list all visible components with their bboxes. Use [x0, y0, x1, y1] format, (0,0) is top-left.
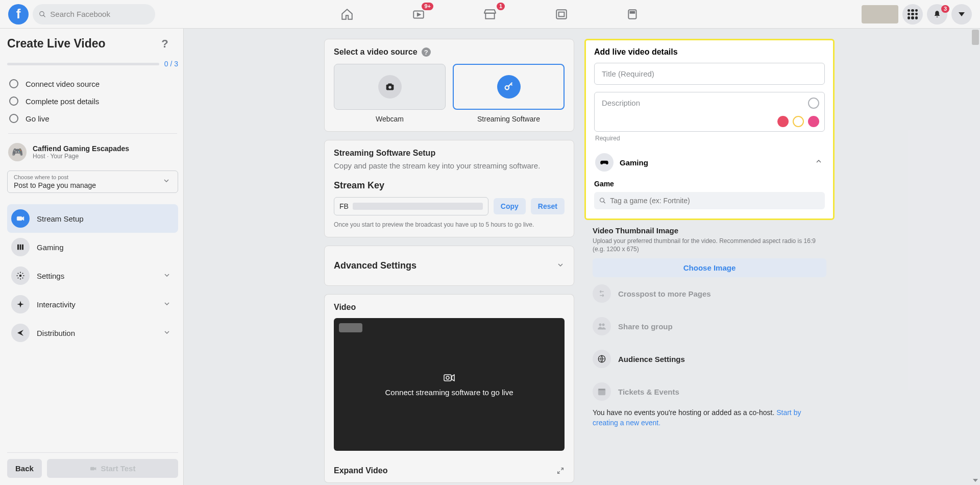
chevron-down-icon	[163, 328, 171, 338]
support-icon[interactable]	[808, 116, 819, 127]
copy-button[interactable]: Copy	[494, 198, 526, 214]
description-field[interactable]: Description	[594, 92, 825, 132]
opt-label: Share to group	[618, 322, 673, 331]
svg-rect-8	[17, 216, 22, 221]
game-search-input[interactable]	[610, 197, 820, 205]
globe-icon	[593, 350, 611, 368]
source-card: Select a video source ? Webcam Streaming…	[324, 39, 574, 132]
svg-point-12	[19, 275, 22, 277]
audience-row[interactable]: Audience Settings	[584, 343, 835, 375]
title-placeholder: Title (Required)	[602, 69, 817, 78]
svg-point-19	[446, 376, 449, 379]
choose-image-button[interactable]: Choose Image	[593, 258, 826, 277]
market-badge: 1	[497, 3, 505, 10]
host-row[interactable]: 🎮 Caffiend Gaming Escapades Host · Your …	[7, 140, 178, 164]
help-button[interactable]: ?	[158, 37, 172, 51]
stream-key-field[interactable]: FB	[334, 197, 488, 215]
nav-gaming[interactable]: Gaming	[7, 233, 178, 261]
nav-watch[interactable]: 9+	[406, 2, 431, 27]
host-avatar: 🎮	[8, 143, 27, 161]
start-test-label: Start Test	[101, 464, 135, 473]
camera-icon	[11, 209, 30, 228]
search-input[interactable]	[50, 10, 149, 18]
chevron-down-icon	[162, 177, 170, 187]
notifications-button[interactable]: 3	[927, 4, 947, 25]
emoji-picker-icon[interactable]	[808, 98, 819, 109]
opt-label: Crosspost to more Pages	[618, 289, 711, 298]
advanced-label: Advanced Settings	[334, 260, 416, 271]
location-icon[interactable]	[777, 116, 789, 127]
svg-rect-5	[559, 12, 565, 16]
svg-point-23	[602, 324, 605, 326]
reset-button[interactable]: Reset	[531, 198, 565, 214]
video-status-tag	[339, 323, 362, 332]
crosspost-row: Crosspost to more Pages	[584, 277, 835, 310]
scrollbar[interactable]	[972, 30, 979, 45]
game-search[interactable]	[594, 192, 825, 209]
nav-stream-setup[interactable]: Stream Setup	[7, 204, 178, 233]
menu-button[interactable]	[902, 4, 923, 25]
chevron-down-icon	[163, 271, 171, 281]
video-heading: Video	[334, 303, 565, 312]
search-icon	[39, 10, 46, 18]
setup-desc: Copy and paste the stream key into your …	[334, 161, 565, 171]
source-heading: Select a video source ?	[334, 47, 565, 57]
scroll-down-icon[interactable]	[972, 477, 979, 484]
nav-distribution[interactable]: Distribution	[7, 319, 178, 347]
info-icon[interactable]: ?	[422, 47, 431, 57]
svg-line-21	[603, 202, 605, 203]
gaming-toggle[interactable]: Gaming	[594, 148, 825, 177]
progress-bar	[7, 63, 159, 65]
profile-chip[interactable]	[862, 5, 898, 23]
nav-interactivity[interactable]: Interactivity	[7, 290, 178, 319]
thumb-heading: Video Thumbnail Image	[593, 226, 826, 235]
sk-mask	[353, 203, 483, 210]
sidebar-footer: Back Start Test	[7, 452, 178, 485]
notif-badge: 3	[941, 5, 949, 13]
svg-rect-11	[22, 245, 23, 250]
svg-rect-9	[17, 245, 19, 250]
svg-point-22	[599, 324, 602, 326]
search-box[interactable]	[33, 4, 155, 25]
chevron-down-icon	[556, 261, 565, 271]
thumbnail-block: Video Thumbnail Image Upload your prefer…	[584, 220, 835, 277]
nav-label: Gaming	[37, 243, 64, 252]
nav-news[interactable]	[620, 2, 646, 27]
video-msg: Connect streaming software to go live	[385, 388, 513, 397]
post-destination-select[interactable]: Choose where to post Post to Page you ma…	[7, 171, 178, 193]
step-golive: Go live	[7, 110, 178, 127]
details-card: Add live video details Title (Required) …	[584, 39, 835, 220]
topbar-right: 3	[862, 4, 972, 25]
post-dest-label: Choose where to post	[14, 174, 172, 180]
title-field[interactable]: Title (Required)	[594, 63, 825, 85]
source-webcam[interactable]: Webcam	[334, 64, 446, 123]
camera-icon	[89, 465, 97, 473]
opt-label: Audience Settings	[618, 355, 685, 363]
start-test-button[interactable]: Start Test	[47, 459, 178, 478]
source-software[interactable]: Streaming Software	[453, 64, 565, 123]
stream-key-note: Once you start to preview the broadcast …	[334, 221, 565, 229]
nav-marketplace[interactable]: 1	[477, 2, 503, 27]
nav-settings[interactable]: Settings	[7, 261, 178, 290]
progress-text: 0 / 3	[164, 60, 178, 68]
svg-rect-3	[485, 13, 494, 18]
camera-icon	[378, 75, 402, 99]
topbar: f 9+ 1 3	[0, 0, 980, 29]
expand-icon	[556, 467, 565, 475]
nav-groups[interactable]	[549, 2, 574, 27]
advanced-settings-row[interactable]: Advanced Settings	[324, 246, 574, 286]
account-dropdown[interactable]	[951, 4, 972, 25]
nav-label: Distribution	[37, 329, 75, 337]
step-list: Connect video source Complete post detai…	[7, 75, 178, 127]
thumb-desc: Upload your preferred thumbnail for the …	[593, 237, 826, 253]
video-card: Video Connect streaming software to go l…	[324, 294, 574, 459]
chevron-down-icon	[959, 12, 965, 16]
top-nav: 9+ 1	[334, 2, 646, 27]
fb-logo[interactable]: f	[8, 4, 29, 25]
expand-video-row[interactable]: Expand Video	[324, 459, 574, 483]
gaming-label: Gaming	[620, 158, 648, 167]
watch-badge: 9+	[422, 3, 433, 10]
nav-home[interactable]	[334, 2, 360, 27]
feeling-icon[interactable]	[793, 116, 804, 127]
back-button[interactable]: Back	[7, 459, 42, 478]
